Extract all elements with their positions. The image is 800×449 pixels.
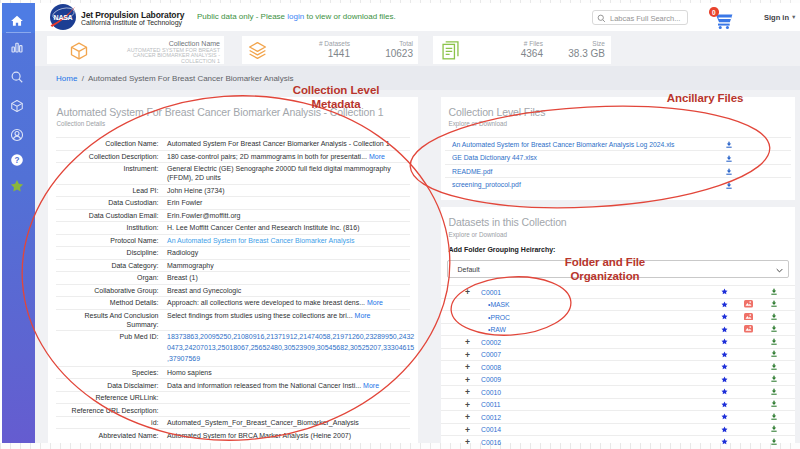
svg-text:?: ? xyxy=(15,156,20,165)
svg-text:NASA: NASA xyxy=(54,14,73,21)
